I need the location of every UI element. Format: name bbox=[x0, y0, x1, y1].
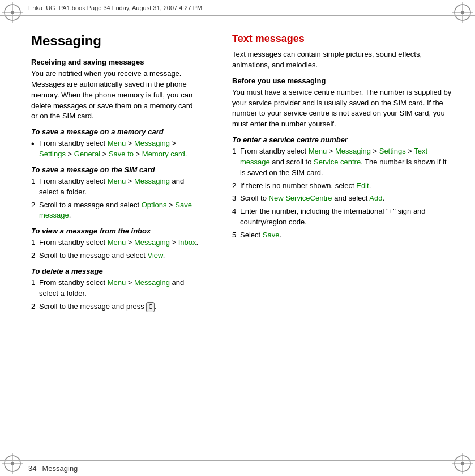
header-text: Erika_UG_PA1.book Page 34 Friday, August… bbox=[28, 5, 202, 11]
list-item: 2 Scroll to the message and select View. bbox=[31, 250, 199, 261]
list-item-text: If there is no number shown, select Edit… bbox=[240, 181, 452, 192]
numbered-list-sim: 1 From standby select Menu > Messaging a… bbox=[31, 176, 199, 221]
page-number: 34 bbox=[28, 464, 36, 473]
link-save: Save bbox=[263, 231, 280, 239]
list-item: 4 Enter the number, including the intern… bbox=[232, 206, 452, 228]
key-c: C bbox=[146, 302, 155, 312]
list-item-text: From standby select Menu > Messaging and… bbox=[39, 176, 199, 198]
link-save-message: Save message bbox=[39, 201, 192, 220]
link-menu: Menu bbox=[108, 238, 126, 246]
list-item: 2 Scroll to the message and press C. bbox=[31, 301, 199, 312]
link-view: View bbox=[148, 251, 163, 260]
link-add: Add bbox=[369, 194, 382, 202]
link-save-to: Save to bbox=[109, 150, 134, 158]
list-num: 3 bbox=[232, 193, 240, 204]
italic-heading-sim: To save a message on the SIM card bbox=[31, 165, 199, 174]
bullet-list-memory: • From standby select Menu > Messaging >… bbox=[31, 138, 199, 160]
link-new-service-centre: New ServiceCentre bbox=[269, 194, 332, 202]
link-settings: Settings bbox=[39, 150, 66, 158]
italic-heading-delete: To delete a message bbox=[31, 267, 199, 275]
list-num: 4 bbox=[232, 206, 240, 228]
bullet-icon: • bbox=[31, 138, 39, 160]
list-num: 5 bbox=[232, 230, 240, 241]
list-num: 2 bbox=[31, 200, 39, 222]
footer-left: 34 Messaging bbox=[28, 464, 78, 473]
list-item-text: From standby select Menu > Messaging and… bbox=[39, 278, 199, 299]
list-num: 2 bbox=[31, 301, 39, 312]
list-item-text: Scroll to the message and select View. bbox=[39, 250, 199, 261]
list-num: 1 bbox=[31, 176, 39, 198]
list-item-text: Scroll to New ServiceCentre and select A… bbox=[240, 193, 452, 204]
link-memory-card: Memory card bbox=[142, 150, 185, 158]
link-general: General bbox=[74, 150, 100, 158]
italic-heading-memory: To save a message on a memory card bbox=[31, 128, 199, 136]
colored-section-title: Text messages bbox=[232, 33, 452, 45]
italic-heading-inbox: To view a message from the inbox bbox=[31, 227, 199, 235]
left-column: Messaging Receiving and saving messages … bbox=[0, 16, 215, 460]
right-column: Text messages Text messages can contain … bbox=[215, 16, 475, 460]
footer-section-label: Messaging bbox=[42, 464, 78, 473]
content-area: Messaging Receiving and saving messages … bbox=[0, 16, 475, 460]
link-options: Options bbox=[142, 201, 167, 209]
before-heading: Before you use messaging bbox=[232, 76, 452, 85]
list-item: 2 If there is no number shown, select Ed… bbox=[232, 181, 452, 192]
link-inbox: Inbox bbox=[178, 238, 196, 246]
list-num: 1 bbox=[31, 237, 39, 248]
section-receiving-heading: Receiving and saving messages bbox=[31, 58, 199, 66]
list-item: 1 From standby select Menu > Messaging a… bbox=[31, 278, 199, 299]
list-num: 1 bbox=[31, 278, 39, 299]
link-menu: Menu bbox=[108, 177, 126, 185]
page-header: Erika_UG_PA1.book Page 34 Friday, August… bbox=[0, 0, 475, 16]
list-item: 1 From standby select Menu > Messaging >… bbox=[232, 146, 452, 178]
list-item: 5 Select Save. bbox=[232, 230, 452, 241]
intro-text: Text messages can contain simple picture… bbox=[232, 49, 452, 71]
list-item: • From standby select Menu > Messaging >… bbox=[31, 138, 199, 160]
list-item: 3 Scroll to New ServiceCentre and select… bbox=[232, 193, 452, 204]
numbered-list-delete: 1 From standby select Menu > Messaging a… bbox=[31, 278, 199, 312]
link-menu: Menu bbox=[108, 278, 126, 287]
link-messaging: Messaging bbox=[335, 147, 371, 155]
page-footer: 34 Messaging bbox=[0, 460, 475, 476]
link-settings: Settings bbox=[379, 147, 406, 155]
link-edit: Edit bbox=[356, 181, 369, 190]
list-item-text: Scroll to a message and select Options >… bbox=[39, 200, 199, 222]
numbered-list-inbox: 1 From standby select Menu > Messaging >… bbox=[31, 237, 199, 261]
list-item-text: From standby select Menu > Messaging > S… bbox=[39, 138, 199, 160]
link-menu: Menu bbox=[108, 139, 126, 147]
link-messaging: Messaging bbox=[134, 177, 170, 185]
list-item: 1 From standby select Menu > Messaging >… bbox=[31, 237, 199, 248]
list-item-text: Scroll to the message and press C. bbox=[39, 301, 199, 312]
list-item-text: Enter the number, including the internat… bbox=[240, 206, 452, 228]
list-item-text: Select Save. bbox=[240, 230, 452, 241]
link-messaging: Messaging bbox=[134, 278, 170, 287]
section-receiving-body: You are notified when you receive a mess… bbox=[31, 69, 199, 122]
list-item-text: From standby select Menu > Messaging > S… bbox=[240, 146, 452, 178]
link-messaging: Messaging bbox=[134, 238, 170, 246]
list-item-text: From standby select Menu > Messaging > I… bbox=[39, 237, 199, 248]
before-body: You must have a service centre number. T… bbox=[232, 87, 452, 130]
link-menu: Menu bbox=[309, 147, 327, 155]
list-num: 1 bbox=[232, 146, 240, 178]
numbered-list-service: 1 From standby select Menu > Messaging >… bbox=[232, 146, 452, 241]
page-title: Messaging bbox=[31, 33, 199, 49]
list-num: 2 bbox=[31, 250, 39, 261]
list-item: 2 Scroll to a message and select Options… bbox=[31, 200, 199, 222]
list-item: 1 From standby select Menu > Messaging a… bbox=[31, 176, 199, 198]
list-num: 2 bbox=[232, 181, 240, 192]
link-messaging: Messaging bbox=[134, 139, 170, 147]
italic-heading-service-centre: To enter a service centre number bbox=[232, 135, 452, 144]
link-service-centre: Service centre bbox=[314, 158, 361, 166]
